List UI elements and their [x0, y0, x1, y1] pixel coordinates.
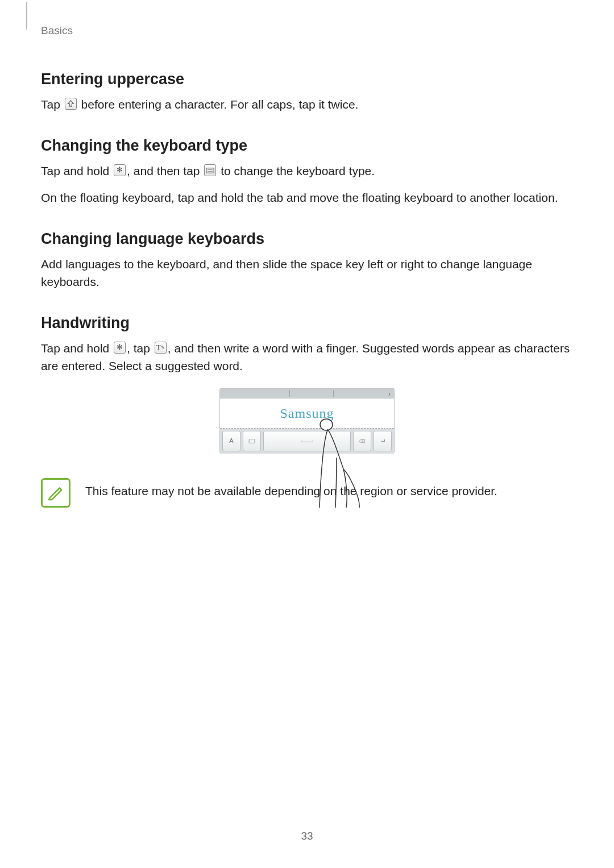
space-key: [263, 431, 351, 451]
suggestion-bar: ›: [220, 389, 394, 398]
backspace-key-icon: [353, 431, 371, 451]
handwriting-figure: › Samsung A: [219, 388, 395, 453]
text: , tap: [127, 342, 154, 355]
keyboard-key-icon: [243, 431, 261, 451]
heading-handwriting: Handwriting: [41, 312, 573, 334]
para-kbtype-2: On the floating keyboard, tap and hold t…: [41, 189, 573, 206]
handwritten-word: Samsung: [280, 404, 334, 423]
note-icon: [41, 478, 70, 508]
text: Tap and hold: [41, 342, 113, 355]
text: , and then tap: [127, 164, 203, 177]
gear-icon: ✻: [114, 342, 126, 354]
para-uppercase: Tap before entering a character. For all…: [41, 96, 573, 113]
svg-rect-0: [206, 168, 214, 173]
heading-changing-language-keyboards: Changing language keyboards: [41, 228, 573, 250]
keyboard-bottom-row: A: [220, 429, 394, 454]
text: to change the keyboard type.: [217, 164, 375, 177]
shift-icon: [65, 98, 77, 110]
handwriting-area: Samsung: [220, 398, 394, 429]
text: Tap: [41, 98, 64, 111]
svg-rect-3: [249, 439, 255, 443]
chevron-right-icon: ›: [388, 389, 391, 399]
para-handwriting: Tap and hold ✻, tap T✎, and then write a…: [41, 340, 573, 375]
text: before entering a character. For all cap…: [78, 98, 359, 111]
heading-entering-uppercase: Entering uppercase: [41, 68, 573, 90]
enter-key-icon: [374, 431, 392, 451]
handwriting-mode-icon: T✎: [155, 342, 167, 354]
keyboard-icon: [204, 164, 216, 176]
para-language: Add languages to the keyboard, and then …: [41, 256, 573, 290]
text: Tap and hold: [41, 164, 113, 177]
page-number: 33: [0, 828, 614, 844]
para-kbtype-1: Tap and hold ✻, and then tap to change t…: [41, 163, 573, 180]
breadcrumb: Basics: [41, 23, 573, 39]
language-key-icon: A: [222, 431, 240, 451]
gear-icon: ✻: [114, 164, 126, 176]
heading-changing-keyboard-type: Changing the keyboard type: [41, 135, 573, 157]
note-text: This feature may not be available depend…: [85, 478, 573, 500]
